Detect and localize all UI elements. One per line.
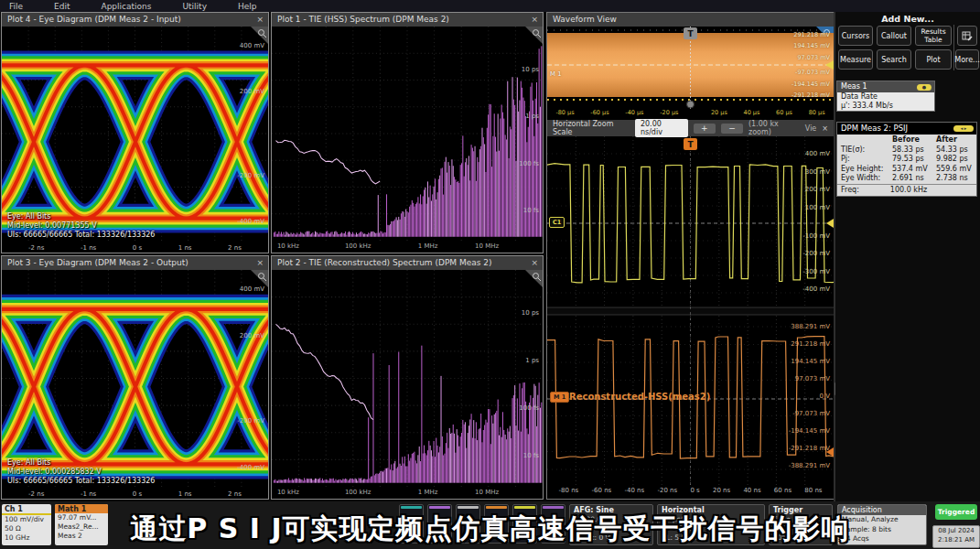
zoom-scale-input[interactable]: 20.00 ns/div xyxy=(635,119,688,137)
x-tick-label: -40 µs xyxy=(625,109,643,116)
zoom-out-button[interactable]: − xyxy=(721,124,743,134)
zoom-factor-label: (1.00 kx zoom) xyxy=(748,120,800,136)
search-button[interactable]: Search xyxy=(877,49,911,70)
x-tick-label: 60 ns xyxy=(774,487,792,494)
menu-item[interactable]: File xyxy=(9,2,23,11)
menu-item[interactable]: Edit xyxy=(54,2,70,11)
plot3-x-axis: -2 ns-1 ns0 s1 ns2 ns xyxy=(28,490,242,498)
plot2-title-bar[interactable]: Plot 2 - TIE (Reconstructed) Spectrum (D… xyxy=(272,256,543,270)
y-tick-label: 100 fs xyxy=(519,404,539,412)
meas1-value: µ': 333.4 Mb/s xyxy=(837,102,934,111)
freq-label: Freq: xyxy=(841,185,859,196)
eye-uis-label: UIs: 66665/66665 Total: 133326/133326 xyxy=(7,231,155,240)
x-tick-label: -60 µs xyxy=(590,109,608,116)
after-column-header: After xyxy=(936,135,976,145)
y-tick-label: -194.145 mV xyxy=(792,81,830,88)
plot-button[interactable]: Plot xyxy=(915,49,952,70)
y-tick-label: 400 mV xyxy=(240,42,264,49)
plot4-y-axis: 400 mV200 mV-200 mV-400 mV xyxy=(237,42,264,225)
x-tick-label: 80 µs xyxy=(809,109,825,116)
y-tick-label: 10 ps xyxy=(522,66,539,73)
x-tick-label: 10 kHz xyxy=(277,242,299,250)
x-tick-label: 1 ns xyxy=(178,490,192,498)
close-icon[interactable]: × xyxy=(256,13,264,27)
plot4-title-bar[interactable]: Plot 4 - Eye Diagram (DPM Meas 2 - Input… xyxy=(2,13,268,27)
dpm-table-row: Pj:79.53 ps9.982 ps xyxy=(841,155,976,165)
y-tick-label: 10 ps xyxy=(522,309,539,317)
y-tick-label: 1 ps xyxy=(525,113,539,120)
x-tick-label: -80 ns xyxy=(559,487,579,494)
y-tick-label: 97.073 mV xyxy=(797,54,830,61)
eye-bits-label: Eye: All Bits xyxy=(7,458,155,468)
svg-text:T: T xyxy=(687,29,694,38)
plot1-title-bar[interactable]: Plot 1 - TIE (HSS) Spectrum (DPM Meas 2)… xyxy=(272,13,543,27)
more-button[interactable]: More... xyxy=(955,49,979,70)
y-tick-label: 200 mV xyxy=(240,88,264,95)
annotate-icon-button[interactable] xyxy=(957,26,977,46)
plot1-panel: Plot 1 - TIE (HSS) Spectrum (DPM Meas 2)… xyxy=(271,12,544,253)
y-tick-label: -400 mV xyxy=(802,285,830,293)
x-tick-label: -1 ns xyxy=(81,490,96,498)
meas1-title: Meas 1 xyxy=(841,82,867,91)
c1-y-axis: 400 mV300 mV200 mV100 mV-100 mV-200 mV-3… xyxy=(802,150,830,293)
zoom-in-button[interactable]: + xyxy=(694,124,716,134)
x-tick-label: 0 s xyxy=(133,490,142,498)
menu-item[interactable]: Applications xyxy=(102,2,152,11)
y-tick-label: 200 mV xyxy=(805,186,830,193)
cursors-button[interactable]: Cursors xyxy=(838,26,873,46)
y-tick-label: 300 mV xyxy=(805,168,830,176)
plot1-y-axis: 10 ps1 ps100 fs10 fs xyxy=(519,66,539,214)
y-tick-label: -400 mV xyxy=(237,218,264,225)
y-tick-label: -400 mV xyxy=(237,464,264,471)
menu-item[interactable]: Help xyxy=(238,2,257,11)
horizontal-zoom-scale-label: Horizontal Zoom Scale xyxy=(553,120,630,136)
oscilloscope-app: FileEditApplicationsUtilityHelp Plot 4 -… xyxy=(0,0,980,549)
y-tick-label: 100 fs xyxy=(519,160,539,167)
sidebar-divider xyxy=(953,25,954,70)
eye-midlevel-label: Mid-level: 0.00771355 V xyxy=(7,221,155,231)
close-icon[interactable]: × xyxy=(531,13,538,27)
waveform-view-title-bar[interactable]: Waveform View xyxy=(547,13,834,27)
dpm-meas2-results-panel[interactable]: DPM Meas 2: PSIJ ◂ ▸ Before After TIE(σ)… xyxy=(836,122,977,197)
plot4-eye-stats: Eye: All Bits Mid-level: 0.00771355 V UI… xyxy=(7,212,155,240)
view-label: Vie xyxy=(805,124,816,133)
x-tick-label: 0 s xyxy=(133,244,142,252)
close-icon[interactable]: × xyxy=(531,256,538,270)
y-tick-label: 0 V xyxy=(820,393,830,400)
y-tick-label: 291.218 mV xyxy=(791,340,830,348)
overview-channel-badge[interactable]: M 1 xyxy=(550,70,562,78)
measure-button[interactable]: Measure xyxy=(838,49,873,70)
menu-bar: FileEditApplicationsUtilityHelp xyxy=(0,0,980,12)
y-tick-label: -200 mV xyxy=(802,250,830,257)
x-tick-label: 10 MHz xyxy=(475,242,499,250)
c1-channel-badge[interactable]: C1 xyxy=(549,217,565,228)
x-tick-label: 1 MHz xyxy=(418,489,438,496)
x-tick-label: 40 µs xyxy=(744,109,760,116)
dpm-nav-pill[interactable]: ◂ ▸ xyxy=(953,125,974,132)
y-tick-label: 10 fs xyxy=(523,452,539,459)
results-table-button[interactable]: Results Table xyxy=(915,26,952,46)
plot4-title: Plot 4 - Eye Diagram (DPM Meas 2 - Input… xyxy=(7,15,181,24)
meas1-results-badge[interactable]: Meas 1 ● Data Rate µ': 333.4 Mb/s xyxy=(836,81,935,112)
waveform-view-title: Waveform View xyxy=(553,15,617,24)
x-tick-label: 2 ns xyxy=(228,490,242,498)
plot1-x-axis: 10 kHz 100 kHz 1 MHz 10 MHz xyxy=(272,242,543,252)
m1-channel-badge[interactable]: M 1 xyxy=(550,392,569,403)
x-tick-label: 20 µs xyxy=(711,109,727,116)
x-tick-label: 10 kHz xyxy=(277,489,299,496)
y-tick-label: 400 mV xyxy=(805,150,830,157)
y-tick-label: 388.291 mV xyxy=(791,323,830,330)
right-sidebar: Add New... Cursors Callout Results Table… xyxy=(835,12,980,501)
x-tick-label: 100 kHz xyxy=(345,489,372,496)
y-tick-label: 194.145 mV xyxy=(791,358,830,365)
close-icon[interactable]: × xyxy=(256,256,264,270)
close-icon[interactable]: × xyxy=(822,124,828,133)
y-tick-label: 400 mV xyxy=(240,285,264,293)
meas1-nav-pill[interactable]: ● xyxy=(917,84,932,91)
overview-y-axis: 291.218 mV194.145 mV97.073 mV-97.073 mV-… xyxy=(792,31,830,99)
x-tick-label: -40 ns xyxy=(624,487,644,494)
plot3-title-bar[interactable]: Plot 3 - Eye Diagram (DPM Meas 2 - Outpu… xyxy=(2,256,268,270)
menu-item[interactable]: Utility xyxy=(182,2,206,11)
callout-button[interactable]: Callout xyxy=(877,26,911,46)
y-tick-label: 1 ps xyxy=(525,357,539,364)
